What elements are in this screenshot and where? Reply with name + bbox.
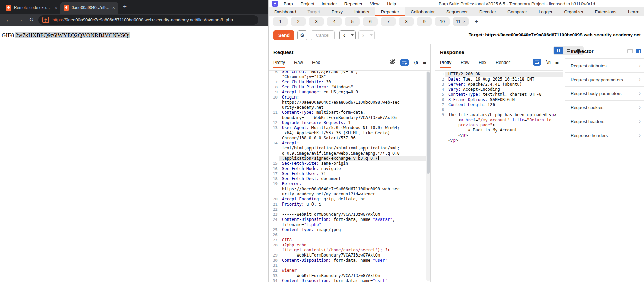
repeater-tab-7[interactable]: 7 (381, 17, 396, 26)
menu-item-help[interactable]: Help (387, 1, 396, 6)
code-text: text/html,application/xhtml+xml,applicat… (279, 146, 430, 151)
back-icon[interactable]: ← (6, 17, 12, 23)
url-scheme-struck: https (52, 17, 62, 22)
new-tab-button[interactable]: + (123, 3, 127, 11)
request-scrollbar-thumb[interactable] (427, 72, 430, 174)
close-icon[interactable]: × (112, 5, 115, 10)
main-tab-repeater[interactable]: Repeater (375, 7, 405, 16)
close-icon[interactable]: × (463, 19, 466, 24)
main-tab-logger[interactable]: Logger (533, 7, 558, 16)
repeater-tab-6[interactable]: 6 (363, 17, 378, 26)
line-number: 13 (269, 125, 279, 130)
repeater-tab-1[interactable]: 1 (273, 17, 288, 26)
send-settings-button[interactable]: ⚙ (297, 30, 307, 40)
show-newlines-toggle[interactable]: \n (413, 60, 418, 65)
window-title: Burp Suite Professional v2025.6.5 - Temp… (439, 1, 595, 6)
response-tab-hex[interactable]: Hex (479, 60, 486, 68)
inspector-section-request-query-parameters[interactable]: Request query parameters› (565, 73, 644, 87)
browser-tab-2[interactable]: 0aee00a9040c7e9a806d671100× (60, 2, 118, 14)
repeater-tab-5[interactable]: 5 (345, 17, 360, 26)
main-tab-sequencer[interactable]: Sequencer (441, 7, 473, 16)
repeater-tab-11[interactable]: 11× (453, 17, 469, 26)
main-tab-proxy[interactable]: Proxy (326, 7, 348, 16)
line-number: 15 (269, 161, 279, 166)
inspector-section-request-body-parameters[interactable]: Request body parameters› (565, 87, 644, 101)
request-scrollbar (426, 71, 430, 281)
cancel-button[interactable]: Cancel (311, 30, 335, 40)
inspector-expand-icon[interactable] (636, 49, 641, 53)
show-newlines-toggle[interactable]: \n (546, 60, 551, 65)
response-tab-pretty[interactable]: Pretty (440, 60, 451, 68)
code-text: urity-academy.net (279, 105, 430, 110)
line-number: 6 (435, 97, 445, 102)
add-repeater-tab-button[interactable]: + (475, 18, 478, 25)
repeater-tab-8[interactable]: 8 (399, 17, 414, 26)
menu-item-project[interactable]: Project (300, 1, 314, 6)
main-tab-extensions[interactable]: Extensions (589, 7, 623, 16)
request-tab-pretty[interactable]: Pretty (273, 60, 285, 68)
code-text: boundary=----WebKitFormBoundary7VCA7I3zw… (279, 115, 430, 120)
send-button[interactable]: Send (273, 30, 294, 40)
response-tab-raw[interactable]: Raw (461, 60, 469, 68)
reload-icon[interactable]: ↻ (29, 16, 34, 23)
site-security-icon[interactable] (42, 17, 49, 23)
code-text: Content-Length: 126 (445, 102, 563, 107)
inspector-section-label: Request query parameters (571, 77, 623, 82)
inspector-dock-icon[interactable] (627, 49, 633, 53)
code-text: User-Agent: Mozilla/5.0 (Windows NT 10.0… (279, 125, 430, 130)
line-number: 25 (269, 227, 279, 232)
repeater-tab-9[interactable]: 9 (417, 17, 432, 26)
repeater-tab-3[interactable]: 3 (309, 17, 324, 26)
word-wrap-toggle[interactable] (533, 59, 541, 66)
line-number: 11 (269, 110, 279, 115)
request-editor[interactable]: 6Sec-Ch-Ua: "Not/A;Brand";v="8","Chromiu… (269, 70, 430, 282)
inspector-section-request-cookies[interactable]: Request cookies› (565, 101, 644, 114)
repeater-tab-4[interactable]: 4 (327, 17, 342, 26)
close-icon[interactable]: × (55, 5, 57, 10)
main-tab-comparer[interactable]: Comparer (502, 7, 533, 16)
page-text-selected: 2w7kHXBFQ9z6iWYEQ2QVONRBJVCNVSQj (15, 32, 130, 38)
repeater-tab-10[interactable]: 10 (435, 17, 450, 26)
history-forward-button[interactable]: › (359, 31, 368, 40)
editor-menu-icon[interactable]: ≡ (423, 59, 426, 65)
history-back-button[interactable]: ‹ (340, 31, 349, 40)
code-text: Sec-Ch-Ua-Mobile: ?0 (279, 80, 430, 85)
menu-item-burp[interactable]: Burp (284, 1, 293, 6)
main-tab-dashboard[interactable]: Dashboard (269, 7, 302, 16)
editor-menu-icon[interactable]: ≡ (555, 59, 559, 65)
forward-icon[interactable]: → (17, 17, 23, 23)
response-line: 8 (435, 107, 563, 112)
response-tab-render[interactable]: Render (496, 60, 510, 68)
response-editor[interactable]: 1HTTP/2 200 OK2Date: Tue, 19 Aug 2025 10… (435, 70, 563, 282)
browser-tab-1[interactable]: Remote code execution via pol× (3, 2, 60, 14)
main-tab-decoder[interactable]: Decoder (473, 7, 502, 16)
request-tab-raw[interactable]: Raw (294, 60, 303, 68)
code-text (279, 207, 430, 212)
main-tab-learn[interactable]: Learn (622, 7, 644, 16)
request-panel: Request PrettyRawHex \n ≡ 6Sec-Ch-Ua: "N… (269, 44, 431, 282)
line-number: 20 (269, 197, 279, 202)
history-forward-dropdown[interactable] (368, 31, 374, 40)
main-tab-intruder[interactable]: Intruder (348, 7, 375, 16)
main-tab-target[interactable]: Target (302, 7, 326, 16)
menu-item-intruder[interactable]: Intruder (322, 1, 337, 6)
inspector-section-response-headers[interactable]: Response headers› (565, 128, 644, 142)
request-tab-hex[interactable]: Hex (312, 60, 320, 68)
request-line: 15Sec-Fetch-Site: same-origin (269, 161, 430, 166)
inspector-section-label: Request attributes (571, 63, 607, 68)
main-tab-organizer[interactable]: Organizer (558, 7, 589, 16)
inspector-section-request-headers[interactable]: Request headers› (565, 114, 644, 128)
repeater-tab-2[interactable]: 2 (291, 17, 306, 26)
request-line: "Chromium";v="138" (269, 74, 430, 80)
menu-item-repeater[interactable]: Repeater (344, 1, 362, 6)
response-line: </a> (435, 133, 563, 138)
main-tab-collaborator[interactable]: Collaborator (405, 7, 441, 16)
address-bar[interactable]: https://0aee00a9040c7e9a806d671100bc0098… (38, 15, 258, 25)
chevron-right-icon: › (639, 76, 641, 83)
inspector-section-request-attributes[interactable]: Request attributes› (565, 59, 644, 73)
line-number (269, 151, 279, 156)
history-back-dropdown[interactable] (349, 31, 355, 40)
menu-item-view[interactable]: View (370, 1, 379, 6)
hide-eye-slash-icon[interactable] (389, 59, 396, 66)
word-wrap-toggle[interactable] (400, 59, 409, 66)
